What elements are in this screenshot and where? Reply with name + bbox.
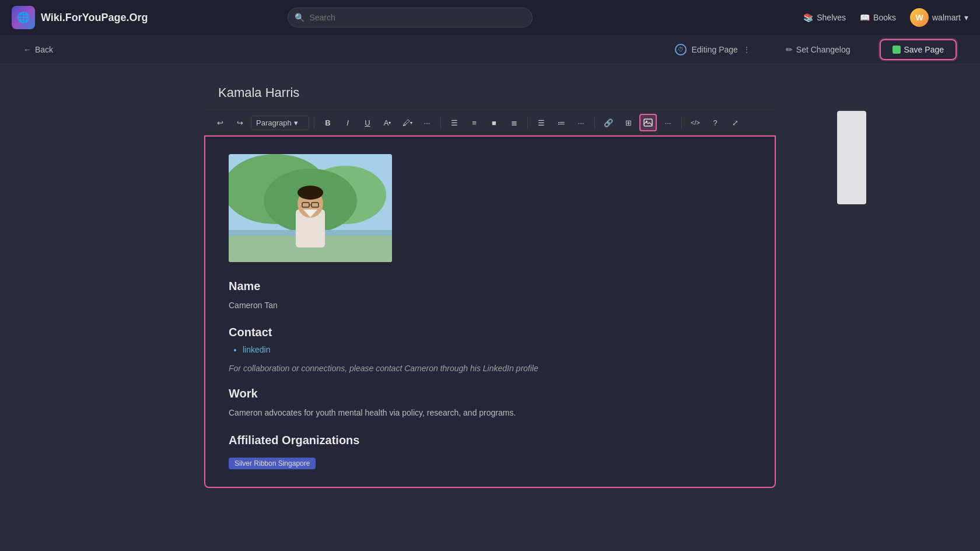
work-text: Cameron advocates for youth mental healt… — [229, 406, 751, 419]
side-panel[interactable] — [837, 111, 866, 204]
contact-heading: Contact — [229, 326, 751, 339]
back-arrow-icon: ← — [23, 45, 32, 54]
name-value: Cameron Tan — [229, 299, 751, 312]
editor-container: Kamala Harris ↩ ↪ Paragraph ▾ B I U A▾ 🖊… — [204, 76, 776, 488]
undo-button[interactable]: ↩ — [211, 114, 229, 131]
editor-toolbar: ↩ ↪ Paragraph ▾ B I U A▾ 🖊▾ ··· ☰ ≡ ■ ≣ … — [204, 110, 776, 135]
shelves-label: Shelves — [817, 13, 846, 22]
pencil-icon: ✏ — [786, 45, 793, 54]
text-color-button[interactable]: A▾ — [379, 114, 396, 131]
user-label: walmart — [932, 13, 961, 22]
back-label: Back — [35, 45, 53, 54]
paragraph-label: Paragraph — [256, 118, 292, 127]
highlight-button[interactable]: 🖊▾ — [398, 114, 416, 131]
editing-icon: ⏱ — [675, 44, 687, 55]
page-title[interactable]: Kamala Harris — [204, 76, 776, 110]
divider-3 — [527, 117, 528, 128]
affiliated-heading: Affiliated Organizations — [229, 434, 751, 447]
shelves-icon: 📚 — [803, 13, 813, 22]
image-insert-button[interactable] — [639, 114, 657, 131]
divider-4 — [594, 117, 595, 128]
save-icon — [892, 46, 901, 54]
divider-2 — [440, 117, 441, 128]
more-insert-button[interactable]: ··· — [659, 114, 677, 131]
italic-button[interactable]: I — [339, 114, 356, 131]
code-button[interactable]: </> — [687, 114, 704, 131]
numbered-list-button[interactable]: ≔ — [552, 114, 570, 131]
align-center-button[interactable]: ≡ — [466, 114, 483, 131]
redo-button[interactable]: ↪ — [231, 114, 249, 131]
avatar: W — [910, 8, 929, 27]
books-icon: 📖 — [860, 13, 870, 22]
align-right-button[interactable]: ■ — [485, 114, 503, 131]
set-changelog-label: Set Changelog — [796, 45, 850, 54]
more-text-button[interactable]: ··· — [418, 114, 436, 131]
editing-label: Editing Page — [691, 45, 737, 54]
books-label: Books — [873, 13, 896, 22]
paragraph-chevron-icon: ▾ — [294, 118, 298, 127]
search-icon: 🔍 — [295, 13, 304, 22]
search-input[interactable] — [288, 8, 533, 27]
top-nav: 🌐 Wiki.ForYouPage.Org 🔍 📚 Shelves 📖 Book… — [0, 0, 980, 35]
fullscreen-button[interactable]: ⤢ — [726, 114, 744, 131]
affiliated-tag[interactable]: Silver Ribbon Singapore — [229, 458, 316, 469]
table-button[interactable]: ⊞ — [620, 114, 637, 131]
bold-button[interactable]: B — [319, 114, 337, 131]
align-left-button[interactable]: ☰ — [446, 114, 463, 131]
more-para-button[interactable]: ··· — [572, 114, 590, 131]
profile-image — [229, 154, 392, 262]
svg-rect-0 — [894, 47, 900, 53]
user-menu[interactable]: W walmart ▾ — [910, 8, 968, 27]
editing-more-icon[interactable]: ⋮ — [743, 45, 751, 54]
logo-icon: 🌐 — [12, 6, 35, 29]
divider-5 — [681, 117, 682, 128]
editing-section: ⏱ Editing Page ⋮ — [675, 44, 750, 55]
books-nav-item[interactable]: 📖 Books — [860, 13, 896, 22]
help-button[interactable]: ? — [706, 114, 724, 131]
back-button[interactable]: ← Back — [23, 45, 53, 54]
link-button[interactable]: 🔗 — [600, 114, 617, 131]
shelves-nav-item[interactable]: 📚 Shelves — [803, 13, 846, 22]
save-page-button[interactable]: Save Page — [880, 39, 957, 60]
underline-button[interactable]: U — [359, 114, 376, 131]
work-heading: Work — [229, 387, 751, 400]
save-page-label: Save Page — [904, 45, 944, 54]
logo-area[interactable]: 🌐 Wiki.ForYouPage.Org — [12, 6, 148, 29]
main-area: Kamala Harris ↩ ↪ Paragraph ▾ B I U A▾ 🖊… — [0, 64, 980, 500]
secondary-nav: ← Back ⏱ Editing Page ⋮ ✏ Set Changelog … — [0, 35, 980, 64]
name-heading: Name — [229, 280, 751, 293]
svg-point-11 — [298, 186, 323, 200]
paragraph-select[interactable]: Paragraph ▾ — [251, 116, 309, 130]
divider-1 — [314, 117, 314, 128]
bullet-list-button[interactable]: ☰ — [533, 114, 550, 131]
set-changelog-button[interactable]: ✏ Set Changelog — [786, 45, 850, 54]
editor-content[interactable]: Name Cameron Tan Contact linkedin For co… — [204, 135, 776, 488]
site-title: Wiki.ForYouPage.Org — [41, 12, 148, 24]
contact-note: For collaboration or connections, please… — [229, 364, 751, 373]
chevron-down-icon: ▾ — [964, 13, 968, 22]
nav-right: 📚 Shelves 📖 Books W walmart ▾ — [803, 8, 968, 27]
justify-button[interactable]: ≣ — [505, 114, 523, 131]
search-bar: 🔍 — [288, 8, 533, 27]
contact-list: linkedin — [229, 345, 751, 354]
linkedin-link[interactable]: linkedin — [243, 345, 270, 354]
